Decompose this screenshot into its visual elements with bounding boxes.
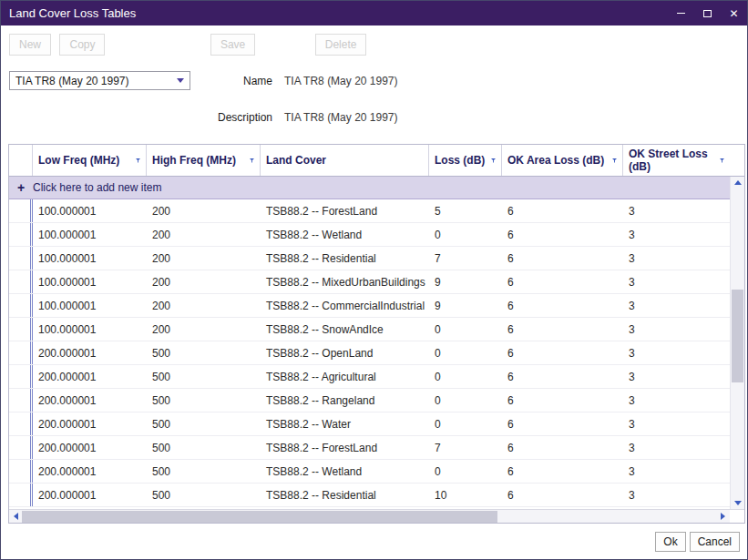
titlebar[interactable]: Land Cover Loss Tables ✕ bbox=[1, 1, 747, 25]
new-button[interactable]: New bbox=[9, 34, 51, 56]
grid-cell[interactable]: TSB88.2 -- Water bbox=[261, 412, 429, 435]
grid-cell[interactable]: TSB88.2 -- Residential bbox=[261, 484, 429, 506]
grid-cell[interactable]: TSB88.2 -- ForestLand bbox=[261, 199, 429, 222]
filter-icon[interactable] bbox=[607, 156, 617, 166]
grid-cell[interactable]: 6 bbox=[502, 270, 623, 293]
grid-cell[interactable]: 7 bbox=[429, 247, 502, 270]
row-selector[interactable] bbox=[9, 365, 33, 388]
grid-cell[interactable]: 200.000001 bbox=[33, 412, 147, 435]
column-header[interactable]: Loss (dB) bbox=[429, 145, 502, 176]
table-row[interactable]: 200.000001 500 TSB88.2 -- OpenLand 0 6 3 bbox=[9, 341, 730, 365]
grid-cell[interactable]: 500 bbox=[147, 341, 261, 364]
table-row[interactable]: 200.000001 500 TSB88.2 -- Rangeland 0 6 … bbox=[9, 389, 730, 412]
grid-cell[interactable]: 3 bbox=[623, 199, 730, 222]
grid-cell[interactable]: TSB88.2 -- Rangeland bbox=[261, 389, 429, 412]
filter-icon[interactable] bbox=[714, 156, 724, 166]
grid-cell[interactable]: 3 bbox=[623, 270, 730, 293]
grid-cell[interactable]: 200.000001 bbox=[33, 436, 147, 459]
grid-cell[interactable]: TSB88.2 -- ForestLand bbox=[261, 436, 429, 459]
filter-icon[interactable] bbox=[244, 156, 254, 166]
grid-cell[interactable]: 3 bbox=[623, 247, 730, 270]
grid-cell[interactable]: 6 bbox=[502, 365, 623, 388]
grid-cell[interactable]: 200 bbox=[147, 247, 261, 270]
grid-cell[interactable]: 9 bbox=[429, 270, 502, 293]
grid-cell[interactable]: TSB88.2 -- OpenLand bbox=[261, 341, 429, 364]
grid-cell[interactable]: 6 bbox=[502, 199, 623, 222]
ok-button[interactable]: Ok bbox=[655, 532, 685, 552]
grid-cell[interactable]: 5 bbox=[429, 199, 502, 222]
grid-cell[interactable]: 0 bbox=[429, 365, 502, 388]
grid-cell[interactable]: 9 bbox=[429, 294, 502, 317]
grid-cell[interactable]: 100.000001 bbox=[33, 294, 147, 317]
grid-cell[interactable]: 200.000001 bbox=[33, 460, 147, 483]
grid-cell[interactable]: 500 bbox=[147, 436, 261, 459]
table-row[interactable]: 100.000001 200 TSB88.2 -- Wetland 0 6 3 bbox=[9, 223, 730, 247]
horizontal-scroll-thumb[interactable] bbox=[22, 511, 497, 523]
cancel-button[interactable]: Cancel bbox=[690, 532, 740, 552]
grid-cell[interactable]: 500 bbox=[147, 460, 261, 483]
row-selector[interactable] bbox=[9, 436, 33, 459]
grid-cell[interactable]: 500 bbox=[147, 484, 261, 506]
row-selector[interactable] bbox=[9, 270, 33, 293]
grid-cell[interactable]: 200 bbox=[147, 318, 261, 341]
delete-button[interactable]: Delete bbox=[315, 34, 367, 56]
save-button[interactable]: Save bbox=[210, 34, 255, 56]
row-selector[interactable] bbox=[9, 318, 33, 341]
grid-cell[interactable]: 3 bbox=[623, 484, 730, 506]
vertical-scrollbar[interactable] bbox=[730, 177, 744, 509]
grid-cell[interactable]: 0 bbox=[429, 318, 502, 341]
row-selector[interactable] bbox=[9, 199, 33, 222]
filter-icon[interactable] bbox=[130, 156, 140, 166]
grid-cell[interactable]: 100.000001 bbox=[33, 223, 147, 246]
vertical-scroll-thumb[interactable] bbox=[732, 290, 743, 382]
minimize-button[interactable] bbox=[668, 1, 694, 25]
row-selector[interactable] bbox=[9, 460, 33, 483]
grid-cell[interactable]: 3 bbox=[623, 412, 730, 435]
grid-cell[interactable]: 200.000001 bbox=[33, 365, 147, 388]
grid-cell[interactable]: TSB88.2 -- Agricultural bbox=[261, 365, 429, 388]
table-row[interactable]: 200.000001 500 TSB88.2 -- ForestLand 7 6… bbox=[9, 436, 730, 460]
table-row[interactable]: 100.000001 200 TSB88.2 -- Residential 7 … bbox=[9, 247, 730, 270]
grid-cell[interactable]: 3 bbox=[623, 294, 730, 317]
grid-cell[interactable]: 100.000001 bbox=[33, 247, 147, 270]
row-selector[interactable] bbox=[9, 484, 33, 506]
grid-cell[interactable]: 3 bbox=[623, 341, 730, 364]
close-button[interactable]: ✕ bbox=[721, 1, 747, 25]
grid-cell[interactable]: 0 bbox=[429, 460, 502, 483]
grid-cell[interactable]: TSB88.2 -- CommercialIndustrial bbox=[261, 294, 429, 317]
table-row[interactable]: 200.000001 500 TSB88.2 -- Agricultural 0… bbox=[9, 365, 730, 389]
grid-cell[interactable]: 3 bbox=[623, 460, 730, 483]
grid-cell[interactable]: 500 bbox=[147, 389, 261, 412]
grid-cell[interactable]: 6 bbox=[502, 412, 623, 435]
grid-cell[interactable]: 200 bbox=[147, 199, 261, 222]
grid-cell[interactable]: 0 bbox=[429, 389, 502, 412]
grid-cell[interactable]: 100.000001 bbox=[33, 270, 147, 293]
grid-cell[interactable]: 200 bbox=[147, 294, 261, 317]
column-header[interactable]: Land Cover bbox=[261, 145, 429, 176]
grid-cell[interactable]: TSB88.2 -- Residential bbox=[261, 247, 429, 270]
row-selector[interactable] bbox=[9, 223, 33, 246]
grid-cell[interactable]: 500 bbox=[147, 365, 261, 388]
table-row[interactable]: 200.000001 500 TSB88.2 -- Wetland 0 6 3 bbox=[9, 460, 730, 484]
maximize-button[interactable] bbox=[694, 1, 721, 25]
grid-cell[interactable]: 200 bbox=[147, 270, 261, 293]
row-selector[interactable] bbox=[9, 247, 33, 270]
grid-cell[interactable]: 3 bbox=[623, 389, 730, 412]
grid-cell[interactable]: TSB88.2 -- Wetland bbox=[261, 460, 429, 483]
grid-cell[interactable]: 7 bbox=[429, 436, 502, 459]
grid-cell[interactable]: 6 bbox=[502, 389, 623, 412]
grid-cell[interactable]: 6 bbox=[502, 223, 623, 246]
grid-cell[interactable]: 10 bbox=[429, 484, 502, 506]
scroll-up-icon[interactable] bbox=[734, 180, 742, 185]
row-selector[interactable] bbox=[9, 341, 33, 364]
add-new-item-row[interactable]: + Click here to add new item bbox=[9, 177, 730, 199]
grid-cell[interactable]: 200.000001 bbox=[33, 389, 147, 412]
grid-cell[interactable]: 6 bbox=[502, 318, 623, 341]
grid-cell[interactable]: TSB88.2 -- SnowAndIce bbox=[261, 318, 429, 341]
filter-icon[interactable] bbox=[486, 156, 496, 166]
scroll-down-icon[interactable] bbox=[734, 501, 742, 505]
scroll-left-icon[interactable] bbox=[14, 513, 18, 520]
table-row[interactable]: 100.000001 200 TSB88.2 -- SnowAndIce 0 6… bbox=[9, 318, 730, 341]
row-selector[interactable] bbox=[9, 412, 33, 435]
grid-cell[interactable]: 3 bbox=[623, 223, 730, 246]
